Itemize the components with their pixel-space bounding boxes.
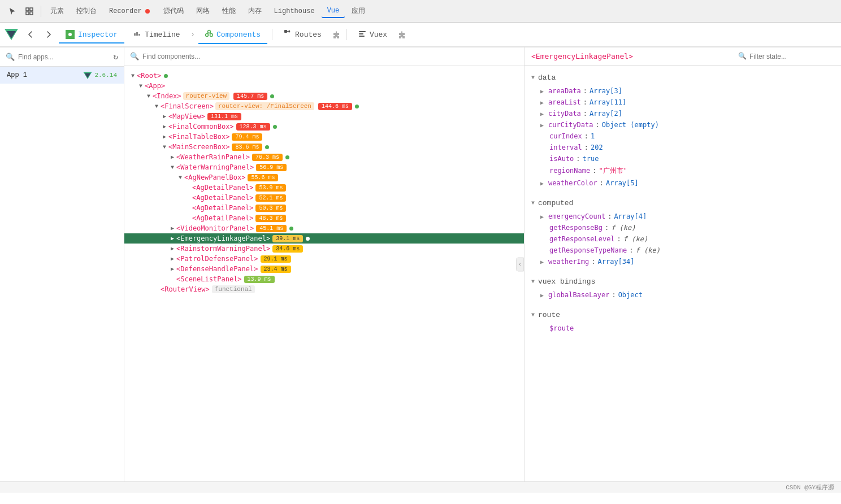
app-item-1[interactable]: App 1 2.6.14 (0, 67, 124, 84)
tree-node-root[interactable]: ▼ <Root> (124, 71, 524, 81)
tree-node-weatherrainpanel[interactable]: ▶ <WeatherRainPanel> 76.3 ms (124, 152, 524, 162)
node-time: 23.4 ms (261, 266, 291, 273)
data-item-route[interactable]: $route (524, 323, 841, 334)
panel-collapse-handle[interactable]: ‹ (516, 258, 524, 272)
tree-node-routerview[interactable]: <RouterView> functional (124, 284, 524, 294)
node-time: 76.3 ms (252, 154, 283, 161)
data-item-weatherColor[interactable]: ▶ weatherColor : Array[5] (524, 177, 841, 189)
nav-tab-console[interactable]: 控制台 (71, 4, 102, 18)
tree-node-agdetailpanel-3[interactable]: <AgDetailPanel> 50.3 ms (124, 203, 524, 213)
tree-node-scenelistpanel[interactable]: <SceneListPanel> 13.9 ms (124, 274, 524, 284)
forward-button[interactable] (41, 27, 57, 42)
node-arrow: ▶ (168, 154, 176, 160)
data-key: $route (549, 324, 574, 332)
nav-tab-sources[interactable]: 源代码 (158, 4, 189, 18)
data-item-areaList[interactable]: ▶ areaList : Array[11] (524, 97, 841, 108)
nav-inspect-icon[interactable] (21, 3, 37, 19)
section-vuex-header[interactable]: ▼ vuex bindings (524, 274, 841, 289)
expand-icon[interactable]: ▶ (540, 292, 544, 298)
node-tag: <RouterView> (161, 285, 210, 293)
nav-tab-elements[interactable]: 元素 (45, 4, 70, 18)
tree-node-defensehandlepanel[interactable]: ▶ <DefenseHandlePanel> 23.4 ms (124, 264, 524, 274)
tab-timeline[interactable]: Timeline (127, 27, 187, 44)
data-colon: : (605, 224, 609, 232)
tree-node-patroldefensepanel[interactable]: ▶ <PatrolDefensePanel> 29.1 ms (124, 254, 524, 264)
node-time: 39.1 ms (272, 235, 303, 242)
tree-node-finalcommonbox[interactable]: ▶ <FinalCommonBox> 128.3 ms (124, 121, 524, 132)
node-arrow: ▶ (168, 235, 176, 242)
expand-icon[interactable]: ▶ (540, 259, 544, 265)
nav-tab-vue[interactable]: Vue (322, 5, 345, 18)
nav-pointer-icon[interactable] (5, 3, 20, 19)
tree-node-agnewpanelbox[interactable]: ▼ <AgNewPanelBox> 55.6 ms (124, 172, 524, 183)
data-item-areaData[interactable]: ▶ areaData : Array[3] (524, 85, 841, 97)
data-item-emergencyCount[interactable]: ▶ emergencyCount : Array[4] (524, 211, 841, 222)
node-arrow: ▼ (137, 83, 145, 89)
tree-node-index[interactable]: ▼ <Index> router-view 145.7 ms (124, 91, 524, 101)
components-search-icon: 🔍 (130, 52, 139, 61)
components-search-input[interactable] (142, 53, 518, 60)
refresh-button[interactable]: ↻ (114, 52, 118, 62)
expand-icon[interactable]: ▶ (540, 99, 544, 106)
nav-tab-lighthouse[interactable]: Lighthouse (268, 5, 320, 18)
data-value: 202 (591, 144, 603, 151)
node-tag: <AgDetailPanel> (192, 194, 253, 202)
back-button[interactable] (23, 27, 38, 42)
apps-search-input[interactable] (18, 53, 110, 61)
tree-node-waterwarningpanel[interactable]: ▼ <WaterWarningPanel> 56.9 ms (124, 162, 524, 172)
toolbar-separator-1 (272, 29, 272, 40)
tab-routes[interactable]: Routes (277, 26, 328, 44)
section-data-header[interactable]: ▼ data (524, 70, 841, 85)
filter-state-input[interactable] (749, 53, 834, 60)
tree-node-finaltablebox[interactable]: ▶ <FinalTableBox> 79.4 ms (124, 132, 524, 142)
svg-rect-11 (138, 34, 140, 36)
nav-tab-memory[interactable]: 内存 (242, 4, 267, 18)
tree-node-agdetailpanel-1[interactable]: <AgDetailPanel> 53.9 ms (124, 183, 524, 193)
vue-mini-logo (83, 72, 92, 79)
node-time: 45.1 ms (256, 225, 287, 232)
nav-tab-application[interactable]: 应用 (346, 4, 371, 18)
nav-tab-performance[interactable]: 性能 (216, 4, 241, 18)
svg-rect-22 (359, 33, 363, 34)
data-value: Array[34] (598, 258, 635, 266)
data-key: weatherColor (548, 179, 597, 187)
tree-node-mainscreenbox[interactable]: ▼ <MainScreenBox> 83.6 ms (124, 142, 524, 152)
expand-icon[interactable]: ▶ (540, 122, 544, 128)
node-arrow: ▶ (161, 123, 168, 130)
node-dot (273, 125, 277, 129)
node-arrow: ▶ (168, 266, 176, 272)
nav-tab-recorder[interactable]: Recorder (103, 5, 157, 18)
tree-node-finalscreen[interactable]: ▼ <FinalScreen> router-view: /FinalScree… (124, 101, 524, 111)
tree-node-agdetailpanel-2[interactable]: <AgDetailPanel> 52.1 ms (124, 193, 524, 203)
data-item-curCityData[interactable]: ▶ curCityData : Object (empty) (524, 119, 841, 131)
tab-vuex[interactable]: Vuex (352, 26, 394, 44)
tree-node-app[interactable]: ▼ <App> (124, 81, 524, 91)
tree-node-videomonitorpanel[interactable]: ▶ <VideoMonitorPanel> 45.1 ms (124, 223, 524, 233)
section-route-header[interactable]: ▼ route (524, 307, 841, 323)
svg-point-14 (210, 34, 213, 37)
tab-inspector[interactable]: Inspector (59, 27, 124, 44)
tab-components[interactable]: Components (198, 26, 267, 44)
data-item-globalBaseLayer[interactable]: ▶ globalBaseLayer : Object (524, 289, 841, 301)
data-key: getResponseBg (549, 224, 602, 232)
toolbar-separator-2 (346, 29, 347, 40)
node-arrow: ▼ (145, 93, 153, 99)
tree-node-agdetailpanel-4[interactable]: <AgDetailPanel> 48.3 ms (124, 213, 524, 223)
data-value: Array[2] (589, 110, 622, 118)
expand-icon[interactable]: ▶ (540, 88, 544, 94)
node-arrow: ▼ (168, 164, 176, 171)
tree-node-mapview[interactable]: ▶ <MapView> 131.1 ms (124, 111, 524, 121)
expand-icon[interactable]: ▶ (540, 180, 544, 186)
right-panel: <EmergencyLinkagePanel> 🔍 ▼ data ▶ areaD… (524, 47, 841, 481)
nav-tab-network[interactable]: 网络 (190, 4, 215, 18)
tree-node-rainstormwarningpanel[interactable]: ▶ <RainstormWarningPanel> 34.6 ms (124, 244, 524, 254)
data-item-cityData[interactable]: ▶ cityData : Array[2] (524, 108, 841, 119)
data-item-weatherImg[interactable]: ▶ weatherImg : Array[34] (524, 256, 841, 267)
right-panel-header: <EmergencyLinkagePanel> 🔍 (524, 47, 841, 66)
expand-icon[interactable]: ▶ (540, 111, 544, 117)
node-arrow: ▼ (176, 175, 184, 181)
section-computed-header[interactable]: ▼ computed (524, 195, 841, 211)
expand-icon[interactable]: ▶ (540, 214, 544, 220)
top-nav-bar: 元素 控制台 Recorder 源代码 网络 性能 内存 Lighthouse … (0, 0, 841, 23)
tree-node-emergencylinkagepanel[interactable]: ▶ <EmergencyLinkagePanel> 39.1 ms (124, 233, 524, 244)
